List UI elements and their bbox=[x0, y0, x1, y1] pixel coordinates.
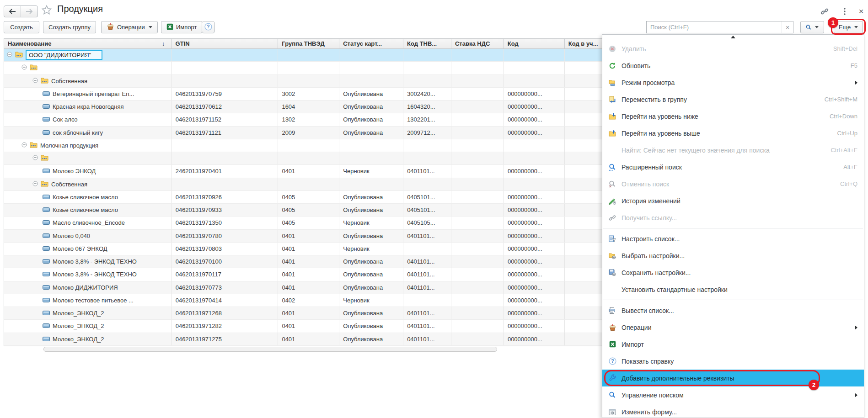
column-header-4[interactable]: Статус карт... bbox=[339, 39, 403, 48]
menu-separator bbox=[603, 300, 863, 300]
favorite-star-icon[interactable] bbox=[41, 5, 52, 17]
gtin-cell bbox=[172, 139, 279, 152]
menu-item-20[interactable]: Добавить дополнительные реквизиты bbox=[602, 370, 864, 386]
collapse-expander-icon[interactable] bbox=[21, 142, 27, 149]
search-clear-icon[interactable]: × bbox=[782, 21, 793, 33]
menu-item-21[interactable]: Управление поиском bbox=[602, 386, 864, 403]
menu-item-22[interactable]: Изменить форму... bbox=[602, 403, 864, 418]
nav-history-buttons bbox=[4, 5, 38, 17]
import-button-label: Импорт bbox=[176, 24, 197, 31]
level-down-icon bbox=[608, 113, 617, 120]
menu-item-15[interactable]: Установить стандартные настройки bbox=[602, 281, 864, 298]
vat-rate-cell bbox=[451, 75, 504, 87]
menu-item-19[interactable]: ?Показать справку bbox=[602, 353, 864, 370]
window-menu-kebab-icon[interactable] bbox=[840, 6, 850, 16]
tnved-code-cell: 0401101... bbox=[403, 268, 451, 280]
column-header-5[interactable]: Код ТНВ... bbox=[403, 39, 451, 48]
name-cell: сок яблочный кигу bbox=[4, 127, 172, 139]
name-label: Собственная bbox=[51, 78, 87, 85]
column-header-7[interactable]: Код bbox=[504, 39, 565, 48]
close-window-icon[interactable]: × bbox=[856, 6, 866, 16]
collapse-expander-icon[interactable] bbox=[7, 52, 12, 58]
vat-rate-cell bbox=[451, 101, 504, 113]
menu-item-label: Настроить список... bbox=[622, 235, 680, 243]
column-header-6[interactable]: Ставка НДС bbox=[451, 39, 504, 48]
menu-scroll-up-icon[interactable] bbox=[731, 36, 735, 38]
code-cell: 000000000... bbox=[504, 307, 565, 319]
menu-item-label: Обновить bbox=[622, 62, 650, 69]
name-label: Молоко ДИДЖИТОРИЯ bbox=[53, 284, 118, 291]
name-cell: Молоко ДИДЖИТОРИЯ bbox=[4, 281, 172, 294]
menu-item-12[interactable]: Настроить список... bbox=[602, 230, 864, 247]
code-cell: 000000000... bbox=[504, 230, 565, 242]
gtin-cell bbox=[172, 152, 279, 164]
menu-item-5[interactable]: Перейти на уровень нижеCtrl+Down bbox=[602, 108, 864, 125]
code-cell: 000000000... bbox=[504, 113, 565, 126]
tnved-code-cell bbox=[403, 294, 451, 307]
group-folder-icon bbox=[41, 154, 48, 162]
tnved-code-cell: 1604320... bbox=[403, 101, 451, 113]
search-button[interactable] bbox=[800, 21, 824, 33]
name-edit-box[interactable]: ООО "ДИДЖИТОРИЯ" bbox=[26, 50, 102, 60]
collapse-expander-icon[interactable] bbox=[32, 181, 38, 188]
menu-item-3[interactable]: Режим просмотра bbox=[602, 74, 864, 91]
menu-item-16[interactable]: Вывести список... bbox=[602, 302, 864, 319]
name-cell: Молоко_ЭНКОД_2 bbox=[4, 333, 172, 345]
menu-item-4[interactable]: Переместить в группуCtrl+Shift+M bbox=[602, 91, 864, 108]
gtin-cell bbox=[172, 62, 279, 74]
menu-item-14[interactable]: Сохранить настройки... bbox=[602, 264, 864, 281]
tnved-code-cell: 0401101... bbox=[403, 281, 451, 294]
menu-item-label: Переместить в группу bbox=[622, 96, 687, 103]
gtin-cell: 04620131970803 bbox=[172, 243, 279, 255]
menu-item-shortcut: Ctrl+Down bbox=[820, 113, 857, 120]
help-button[interactable]: ? bbox=[202, 21, 215, 33]
tnved-code-cell bbox=[403, 139, 451, 152]
column-header-label: Код bbox=[508, 40, 519, 47]
menu-item-label: Получить ссылку... bbox=[622, 214, 677, 222]
operations-button[interactable]: Операции bbox=[101, 21, 158, 33]
column-header-3[interactable]: Группа ТНВЭД bbox=[278, 39, 339, 48]
column-header-2[interactable]: GTIN bbox=[172, 39, 279, 48]
collapse-expander-icon[interactable] bbox=[32, 78, 38, 85]
back-button[interactable] bbox=[4, 6, 21, 17]
menu-item-10[interactable]: История изменений bbox=[602, 192, 864, 209]
chevron-down-icon bbox=[815, 26, 819, 28]
collapse-expander-icon[interactable] bbox=[32, 155, 38, 162]
horizontal-scrollbar[interactable] bbox=[43, 347, 497, 352]
create-group-button[interactable]: Создать группу bbox=[43, 21, 96, 33]
code-cell bbox=[504, 139, 565, 152]
menu-item-17[interactable]: Операции bbox=[602, 319, 864, 336]
tnved-group-cell: 1302 bbox=[278, 113, 339, 126]
gtin-cell bbox=[172, 178, 279, 190]
create-group-button-label: Создать группу bbox=[48, 24, 91, 31]
menu-item-13[interactable]: Выбрать настройки... bbox=[602, 247, 864, 264]
menu-item-1: УдалитьShift+Del bbox=[602, 40, 864, 57]
search-input[interactable] bbox=[647, 24, 782, 31]
menu-item-18[interactable]: Импорт bbox=[602, 336, 864, 353]
product-item-icon bbox=[43, 103, 50, 110]
delete-icon bbox=[608, 45, 617, 53]
collapse-expander-icon[interactable] bbox=[21, 64, 27, 71]
column-header-1[interactable]: Наименование↓ bbox=[4, 39, 172, 48]
wrench-icon bbox=[608, 374, 617, 382]
get-link-icon[interactable] bbox=[820, 6, 830, 16]
menu-item-6[interactable]: Перейти на уровень вышеCtrl+Up bbox=[602, 125, 864, 142]
menu-item-label: Удалить bbox=[622, 45, 646, 53]
name-label: Молоко тестовое питьевое ... bbox=[53, 297, 134, 304]
name-cell: ООО "ДИДЖИТОРИЯ" bbox=[4, 49, 172, 61]
group-folder-icon bbox=[41, 180, 48, 188]
tnved-code-cell bbox=[403, 62, 451, 74]
name-cell: Ветеринарный препарат En... bbox=[4, 88, 172, 100]
vat-rate-cell bbox=[451, 127, 504, 139]
gtin-cell: 04620131970773 bbox=[172, 281, 279, 294]
menu-item-2[interactable]: ОбновитьF5 bbox=[602, 57, 864, 74]
create-button[interactable]: Создать bbox=[4, 21, 39, 33]
code-cell bbox=[504, 75, 565, 87]
menu-item-8[interactable]: Расширенный поискAlt+F bbox=[602, 159, 864, 175]
card-status-cell: Опубликована bbox=[339, 307, 403, 319]
column-header-label: Наименование bbox=[8, 40, 51, 47]
name-label: Собственная bbox=[51, 181, 87, 188]
import-button[interactable]: Импорт bbox=[161, 21, 202, 33]
gtin-cell: 04620131970933 bbox=[172, 204, 279, 216]
gtin-cell: 04620131970117 bbox=[172, 268, 279, 280]
